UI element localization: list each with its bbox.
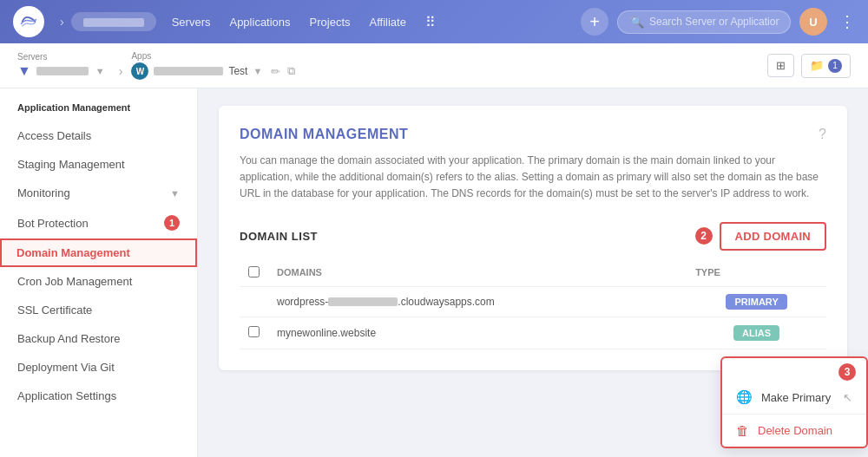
domain-list-header: DOMAIN LIST 2 ADD DOMAIN: [240, 222, 826, 251]
sidebar-item-access-details[interactable]: Access Details: [0, 121, 197, 150]
app-test-label: Test: [228, 65, 247, 77]
sidebar-label-access-details: Access Details: [17, 129, 91, 142]
bot-protection-badge: 1: [164, 215, 180, 231]
sidebar-label-backup-restore: Backup And Restore: [17, 332, 121, 345]
add-button[interactable]: +: [581, 8, 608, 36]
sidebar-item-backup-restore[interactable]: Backup And Restore: [0, 324, 197, 353]
add-domain-area: 2 ADD DOMAIN: [695, 222, 827, 251]
sidebar-item-domain-management[interactable]: Domain Management: [0, 238, 197, 267]
sidebar-label-bot-protection: Bot Protection: [17, 217, 89, 230]
main-content: DOMAIN MANAGEMENT ? You can manage the d…: [198, 88, 868, 457]
server-name-breadcrumb[interactable]: [71, 12, 156, 31]
sidebar-label-staging-management: Staging Management: [17, 158, 125, 171]
app-chevron-icon[interactable]: ▼: [253, 66, 262, 76]
topnav-links: Servers Applications Projects Affiliate …: [172, 14, 581, 30]
sidebar-item-ssl-certificate[interactable]: SSL Certificate: [0, 296, 197, 324]
trash-icon: 🗑: [736, 423, 749, 438]
folder-count-badge: 1: [828, 59, 842, 73]
top-navigation: › Servers Applications Projects Affiliat…: [0, 0, 868, 43]
folder-icon: 📁: [810, 59, 824, 72]
sidebar-item-cron-job-management[interactable]: Cron Job Management: [0, 267, 197, 296]
edit-icon[interactable]: ✏: [271, 65, 280, 78]
select-all-checkbox[interactable]: [248, 266, 260, 277]
nav-applications[interactable]: Applications: [229, 16, 290, 29]
search-input[interactable]: [649, 16, 779, 28]
topnav-right: + 🔍 U ⋮: [581, 8, 855, 36]
table-view-button[interactable]: ⊞: [767, 54, 794, 77]
cursor-icon: ↖: [843, 391, 852, 404]
app-name[interactable]: [154, 67, 223, 75]
folder-button[interactable]: 📁 1: [801, 54, 851, 78]
delete-domain-menu-item[interactable]: 🗑 Delete Domain: [722, 415, 866, 447]
sidebar-item-deployment-git[interactable]: Deployment Via Git: [0, 353, 197, 382]
primary-badge: PRIMARY: [726, 294, 786, 310]
sidebar: Application Management Access Details St…: [0, 88, 198, 457]
help-icon[interactable]: ?: [819, 127, 826, 142]
step2-badge: 2: [695, 227, 713, 245]
server-chevron-icon[interactable]: ▼: [95, 66, 105, 76]
domain-list-title: DOMAIN LIST: [240, 230, 318, 243]
section-header: DOMAIN MANAGEMENT ?: [240, 127, 826, 142]
more-options-icon[interactable]: ⋮: [839, 12, 855, 31]
logo-icon: [13, 6, 44, 37]
sidebar-label-application-settings: Application Settings: [17, 389, 116, 402]
section-description: You can manage the domain associated wit…: [240, 153, 826, 203]
row2-domain: mynewonline.website: [268, 317, 687, 349]
apps-label: Apps: [131, 51, 295, 61]
table-header-check: [240, 259, 268, 287]
servers-label: Servers: [17, 52, 105, 62]
apps-breadcrumb: Apps W Test ▼ ✏ ⧉: [131, 51, 295, 80]
domain-table: DOMAINS TYPE wordpress-.cloudwaysapps.co…: [240, 259, 826, 349]
logo[interactable]: [13, 6, 44, 37]
row1-check: [240, 286, 268, 317]
alias-badge: ALIAS: [733, 325, 779, 341]
make-primary-menu-item[interactable]: 🌐 Make Primary ↖: [722, 381, 866, 414]
external-link-icon[interactable]: ⧉: [287, 64, 295, 78]
sub-navigation: Servers ▼ ▼ › Apps W Test ▼ ✏ ⧉ ⊞ 📁 1: [0, 43, 868, 88]
delete-domain-label: Delete Domain: [758, 424, 832, 437]
row2-type: ALIAS: [687, 317, 826, 349]
breadcrumb-separator: ›: [119, 64, 123, 78]
context-menu: 3 🌐 Make Primary ↖ 🗑 Delete Domain: [720, 356, 868, 448]
sidebar-label-cron-job-management: Cron Job Management: [17, 275, 132, 288]
row2-check: [240, 317, 268, 349]
table-header-domains: DOMAINS: [268, 259, 687, 287]
subnav-right: ⊞ 📁 1: [767, 54, 851, 78]
server-icon: ▼: [17, 63, 31, 79]
row1-domain: wordpress-.cloudwaysapps.com: [268, 286, 687, 317]
search-bar: 🔍: [617, 10, 791, 34]
sidebar-item-application-settings[interactable]: Application Settings: [0, 382, 197, 410]
sidebar-item-bot-protection[interactable]: Bot Protection 1: [0, 207, 197, 238]
search-icon: 🔍: [630, 16, 644, 29]
main-layout: Application Management Access Details St…: [0, 88, 868, 457]
globe-icon: 🌐: [736, 389, 753, 405]
row2-checkbox[interactable]: [248, 326, 260, 337]
nav-projects[interactable]: Projects: [310, 16, 351, 29]
table-header-type: TYPE: [687, 259, 826, 287]
wordpress-icon: W: [131, 62, 148, 80]
table-row: wordpress-.cloudwaysapps.com PRIMARY: [240, 286, 826, 317]
sidebar-item-staging-management[interactable]: Staging Management: [0, 150, 197, 179]
nav-servers[interactable]: Servers: [172, 16, 211, 29]
monitoring-chevron-icon: ▼: [170, 188, 180, 199]
make-primary-label: Make Primary: [761, 391, 831, 404]
row1-type: PRIMARY: [687, 286, 826, 317]
table-row: mynewonline.website ALIAS: [240, 317, 826, 349]
server-name[interactable]: [36, 67, 89, 75]
grid-icon[interactable]: ⠿: [425, 14, 436, 30]
section-title: DOMAIN MANAGEMENT: [240, 127, 408, 142]
sidebar-label-deployment-git: Deployment Via Git: [17, 361, 115, 374]
sidebar-item-monitoring[interactable]: Monitoring ▼: [0, 179, 197, 207]
nav-affiliate[interactable]: Affiliate: [370, 16, 406, 29]
sidebar-label-monitoring: Monitoring: [17, 186, 70, 199]
add-domain-button[interactable]: ADD DOMAIN: [720, 222, 827, 251]
sidebar-label-ssl-certificate: SSL Certificate: [17, 304, 92, 317]
servers-breadcrumb: Servers ▼ ▼: [17, 52, 105, 79]
step3-badge: 3: [838, 363, 856, 381]
breadcrumb-arrow: ›: [60, 15, 64, 29]
sidebar-section-title: Application Management: [0, 102, 197, 121]
avatar[interactable]: U: [799, 8, 827, 36]
domain-management-card: DOMAIN MANAGEMENT ? You can manage the d…: [219, 106, 847, 370]
sidebar-label-domain-management: Domain Management: [16, 246, 130, 259]
